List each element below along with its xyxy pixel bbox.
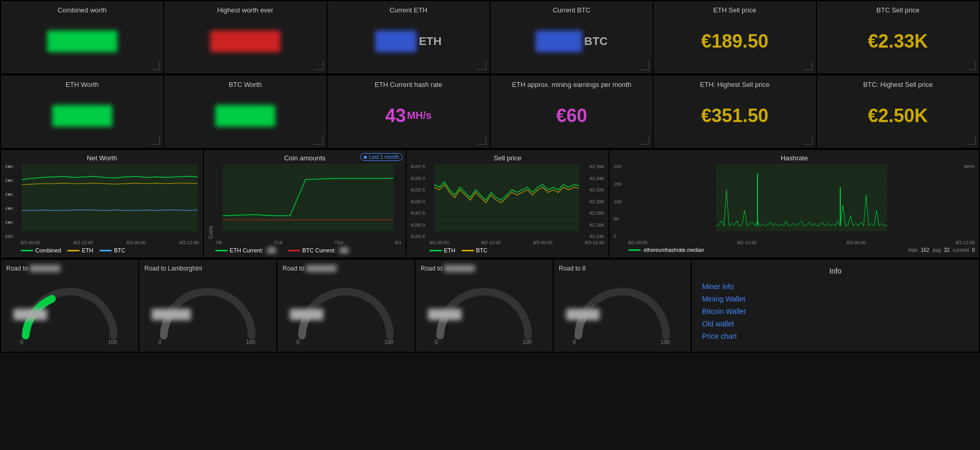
- road-value-8: €00.0K: [566, 309, 600, 321]
- stat-eth-sell-price: ETH Sell price €189.50: [654, 1, 815, 73]
- coinamounts-y-label: Coins: [208, 164, 214, 239]
- road-card-1: Road to xxxxxxxxxx 0 100 €00.0K: [1, 260, 138, 352]
- hashrate-title: Hashrate: [614, 154, 975, 162]
- stat-title-eth-hashrate: ETH Current hash rate: [335, 81, 482, 88]
- stat-title-btc-highest: BTC: Highest Sell price: [824, 81, 972, 88]
- stat-value-btc-sell: €2.33K: [824, 14, 972, 68]
- top-stat-grid: Combined worth €00.00K Highest worth eve…: [0, 0, 980, 74]
- networth-legend-eth-label: ETH: [82, 247, 93, 253]
- road-card-4: Road to xxxxxxxxxx 0 100 €00.0K: [415, 260, 553, 352]
- stat-eth-highest-sell: ETH: Highest Sell price €351.50: [654, 76, 815, 148]
- sellprice-y-left: €197.5 €195.0 €192.5 €190.0 €187.5 €185.…: [411, 164, 429, 239]
- stat-title-eth-highest: ETH: Highest Sell price: [661, 81, 808, 88]
- info-title: Info: [702, 267, 969, 275]
- coinamounts-svg: [215, 164, 402, 231]
- hashrate-y-axis: 200 150 100 50 0: [614, 164, 628, 239]
- bitcoin-wallet-link[interactable]: Bitcoin Wallet: [702, 307, 969, 316]
- networth-legend-eth-dot: [67, 250, 80, 251]
- badge-dot: [364, 156, 367, 159]
- road-value-3: €00.0K: [290, 309, 323, 321]
- stat-value-btc: 0.000BTC: [498, 14, 645, 68]
- coinamounts-eth-dot: [215, 250, 228, 251]
- road-title-3: Road to xxxxxxxxxx: [283, 265, 409, 272]
- stat-value-btc-worth: €0.00K: [171, 88, 319, 143]
- networth-legend: Combined ETH BTC: [5, 247, 199, 253]
- hashrate-stat-max-label: max: [908, 247, 917, 253]
- networth-svg: [21, 164, 199, 231]
- stat-value-eth-highest: €351.50: [661, 88, 808, 143]
- sellprice-svg: [429, 164, 584, 231]
- hashrate-stat-current-label: current: [953, 247, 969, 253]
- svg-text:100: 100: [246, 339, 256, 345]
- stat-title-eth-worth: ETH Worth: [8, 81, 156, 88]
- svg-text:0: 0: [158, 339, 161, 345]
- road-title-1: Road to xxxxxxxxxx: [6, 265, 133, 272]
- charts-row: Net Worth €■K €■K €■K €■K €■K €8K: [0, 149, 980, 259]
- stat-value-combined: €00.00K: [8, 14, 156, 68]
- sellprice-btc-label: BTC: [476, 247, 487, 253]
- sellprice-chart-area: €197.5 €195.0 €192.5 €190.0 €187.5 €185.…: [411, 164, 604, 239]
- sellprice-eth-label: ETH: [444, 247, 455, 253]
- networth-y-axis: €■K €■K €■K €■K €■K €8K: [5, 164, 22, 239]
- hashrate-chart: Hashrate 200 150 100 50 0 MH/s: [610, 150, 979, 258]
- sellprice-legend: ETH BTC: [411, 247, 604, 253]
- networth-legend-combined-label: Combined: [35, 247, 61, 253]
- svg-text:100: 100: [523, 339, 532, 345]
- hashrate-x-axis: 8/2 00:00 8/2 12:00 8/3 00:00 8/3 12:00: [614, 240, 975, 245]
- networth-chart-area: €■K €■K €■K €■K €■K €8K: [5, 164, 199, 239]
- road-gauge-area-1: 0 100 €00.0K: [6, 275, 133, 347]
- road-title-lamborghini: Road to Lamborghini: [144, 265, 271, 272]
- old-wallet-link[interactable]: Old wallet: [702, 320, 969, 328]
- stat-value-btc-highest: €2.50K: [824, 88, 972, 143]
- stat-title-eth-sell: ETH Sell price: [661, 6, 808, 14]
- road-value-lamborghini: €000.0K: [152, 309, 191, 321]
- svg-text:100: 100: [384, 339, 394, 345]
- hashrate-legend-label: ethereumhashrate.median: [644, 247, 704, 253]
- networth-chart: Net Worth €■K €■K €■K €■K €■K €8K: [1, 150, 203, 258]
- svg-text:0: 0: [573, 339, 576, 345]
- bottom-row: Road to xxxxxxxxxx 0 100 €00.0K Road to …: [0, 259, 980, 353]
- second-stat-grid: ETH Worth €0.00K BTC Worth €0.00K ETH Cu…: [0, 74, 980, 149]
- road-card-lamborghini: Road to Lamborghini 0 100 €000.0K: [139, 260, 276, 352]
- stat-title-highest: Highest worth ever: [171, 6, 319, 14]
- coinamounts-chart-area: Coins: [208, 164, 402, 239]
- stat-title-btc-worth: BTC Worth: [171, 81, 319, 88]
- stat-title-combined: Combined worth: [8, 6, 156, 14]
- coinamounts-btc-dot: [288, 250, 300, 251]
- hashrate-legend-row: ethereumhashrate.median max 162 avg 32 c…: [614, 247, 975, 253]
- stat-value-mining: €60: [498, 88, 645, 143]
- networth-legend-btc-dot: [99, 250, 112, 251]
- hashrate-chart-area: 200 150 100 50 0 MH/s: [614, 164, 975, 239]
- price-chart-link[interactable]: Price chart: [702, 332, 969, 340]
- stat-value-eth-hashrate: 43MH/s: [335, 88, 482, 143]
- info-panel: Info Miner info Mining Wallet Bitcoin Wa…: [692, 260, 979, 352]
- road-gauge-area-3: 0 100 €00.0K: [283, 275, 409, 347]
- stat-value-eth-worth: €0.00K: [8, 88, 156, 143]
- networth-legend-combined-dot: [21, 250, 33, 251]
- stat-btc-highest-sell: BTC: Highest Sell price €2.50K: [817, 76, 979, 148]
- hashrate-legend-dot: [628, 249, 641, 251]
- coinamounts-x-axis: 7/8 7/16 7/24 8/1: [208, 240, 402, 245]
- stat-highest-worth: Highest worth ever €00.00K: [164, 1, 326, 73]
- svg-text:0: 0: [296, 339, 300, 345]
- stat-current-btc: Current BTC 0.000BTC: [491, 1, 652, 73]
- stat-btc-sell-price: BTC Sell price €2.33K: [817, 1, 979, 73]
- road-gauge-area-8: 0 100 €00.0K: [559, 275, 686, 347]
- hashrate-stat-current-value: 0: [972, 247, 975, 253]
- stat-mining-earnings: ETH approx. mining earnings per month €6…: [491, 76, 652, 148]
- stat-combined-worth: Combined worth €00.00K: [1, 1, 163, 73]
- stat-value-highest: €00.00K: [171, 14, 319, 68]
- hashrate-stat-avg-label: avg: [932, 247, 941, 253]
- stat-eth-worth: ETH Worth €0.00K: [1, 76, 163, 148]
- stat-value-eth-sell: €189.50: [661, 14, 808, 68]
- sellprice-x-axis: 8/2 00:00 8/2 12:00 8/3 00:00 8/3 12:00: [411, 240, 604, 245]
- sellprice-chart: Sell price €197.5 €195.0 €192.5 €190.0 €…: [407, 150, 608, 258]
- stat-title-eth: Current ETH: [335, 6, 482, 14]
- hashrate-stat-max-value: 162: [920, 247, 929, 253]
- networth-x-axis: 8/2 00:00 8/2 12:00 8/3 00:00 8/3 12:00: [5, 240, 199, 245]
- hashrate-y-right-label: MH/s: [964, 164, 975, 169]
- mining-wallet-link[interactable]: Mining Wallet: [702, 295, 969, 303]
- sellprice-eth-dot: [429, 250, 442, 251]
- miner-info-link[interactable]: Miner info: [702, 282, 969, 291]
- road-card-8: Road to 8 0 100 €00.0K: [554, 260, 691, 352]
